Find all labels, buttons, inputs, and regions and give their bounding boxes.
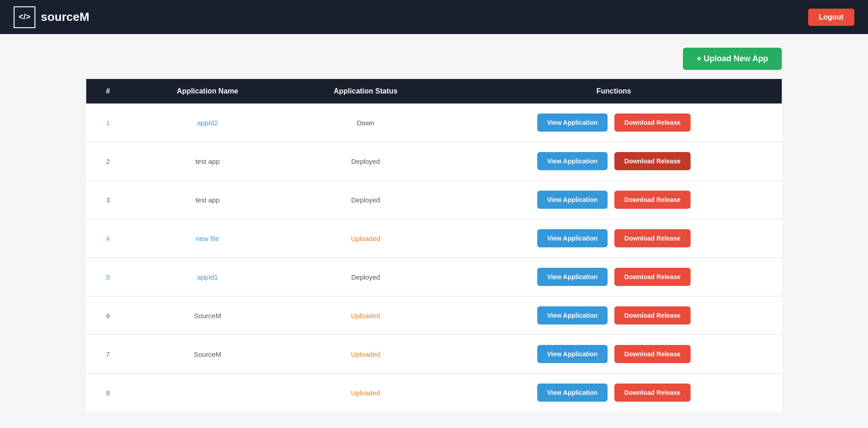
logout-button[interactable]: Logout [808, 9, 854, 26]
view-application-button[interactable]: View Application [537, 191, 608, 209]
download-release-button[interactable]: Download Release [614, 384, 691, 402]
row-number: 7 [86, 335, 130, 374]
row-functions: View ApplicationDownload Release [446, 181, 782, 219]
table-row: 8UploadedView ApplicationDownload Releas… [86, 374, 782, 412]
row-status: Deployed [285, 181, 446, 219]
view-application-button[interactable]: View Application [537, 113, 608, 132]
row-number: 3 [86, 181, 130, 219]
row-number: 1 [86, 103, 130, 142]
row-app-name: SourceM [130, 296, 285, 335]
row-functions: View ApplicationDownload Release [446, 335, 782, 374]
row-number: 5 [86, 258, 130, 296]
download-release-button[interactable]: Download Release [614, 152, 691, 170]
row-status: Deployed [285, 142, 446, 181]
download-release-button[interactable]: Download Release [614, 268, 691, 286]
row-status: Uploaded [285, 219, 446, 258]
row-functions: View ApplicationDownload Release [446, 258, 782, 296]
table-row: 1appId2DownView ApplicationDownload Rele… [86, 103, 782, 142]
main-content: + Upload New App # Application Name Appl… [0, 34, 868, 425]
row-number: 2 [86, 142, 130, 181]
functions-cell: View ApplicationDownload Release [455, 306, 773, 325]
functions-cell: View ApplicationDownload Release [455, 268, 773, 286]
table-header: # Application Name Application Status Fu… [86, 79, 782, 103]
functions-cell: View ApplicationDownload Release [455, 191, 773, 209]
row-status: Uploaded [285, 335, 446, 374]
row-app-name: test app [130, 181, 285, 219]
row-number: 4 [86, 219, 130, 258]
functions-cell: View ApplicationDownload Release [455, 384, 773, 402]
logo-area: </> sourceM [14, 6, 89, 28]
table-row: 2test appDeployedView ApplicationDownloa… [86, 142, 782, 181]
upload-new-app-button[interactable]: + Upload New App [683, 48, 782, 70]
applications-table: # Application Name Application Status Fu… [86, 79, 782, 412]
col-header-app-name: Application Name [130, 79, 285, 103]
row-status: Uploaded [285, 374, 446, 412]
functions-cell: View ApplicationDownload Release [455, 229, 773, 247]
col-header-functions: Functions [446, 79, 782, 103]
download-release-button[interactable]: Download Release [614, 191, 691, 209]
functions-cell: View ApplicationDownload Release [455, 345, 773, 363]
view-application-button[interactable]: View Application [537, 268, 608, 286]
row-app-name: appId2 [130, 103, 285, 142]
col-header-number: # [86, 79, 130, 103]
download-release-button[interactable]: Download Release [614, 113, 691, 132]
row-functions: View ApplicationDownload Release [446, 219, 782, 258]
view-application-button[interactable]: View Application [537, 345, 608, 363]
upload-area: + Upload New App [86, 48, 782, 70]
view-application-button[interactable]: View Application [537, 384, 608, 402]
download-release-button[interactable]: Download Release [614, 345, 691, 363]
table-row: 4new fileUploadedView ApplicationDownloa… [86, 219, 782, 258]
row-number: 6 [86, 296, 130, 335]
download-release-button[interactable]: Download Release [614, 306, 691, 325]
table-row: 6SourceMUploadedView ApplicationDownload… [86, 296, 782, 335]
table-row: 5appId1DeployedView ApplicationDownload … [86, 258, 782, 296]
row-functions: View ApplicationDownload Release [446, 374, 782, 412]
row-app-name: test app [130, 142, 285, 181]
row-status: Uploaded [285, 296, 446, 335]
logo-icon: </> [14, 6, 35, 28]
view-application-button[interactable]: View Application [537, 229, 608, 247]
table-row: 3test appDeployedView ApplicationDownloa… [86, 181, 782, 219]
header: </> sourceM Logout [0, 0, 868, 34]
row-functions: View ApplicationDownload Release [446, 142, 782, 181]
row-status: Deployed [285, 258, 446, 296]
row-app-name: new file [130, 219, 285, 258]
table-row: 7SourceMUploadedView ApplicationDownload… [86, 335, 782, 374]
row-app-name [130, 374, 285, 412]
row-functions: View ApplicationDownload Release [446, 296, 782, 335]
table-body: 1appId2DownView ApplicationDownload Rele… [86, 103, 782, 412]
view-application-button[interactable]: View Application [537, 152, 608, 170]
logo-text: sourceM [41, 10, 89, 24]
row-number: 8 [86, 374, 130, 412]
download-release-button[interactable]: Download Release [614, 229, 691, 247]
row-functions: View ApplicationDownload Release [446, 103, 782, 142]
functions-cell: View ApplicationDownload Release [455, 152, 773, 170]
view-application-button[interactable]: View Application [537, 306, 608, 325]
functions-cell: View ApplicationDownload Release [455, 113, 773, 132]
row-app-name: appId1 [130, 258, 285, 296]
row-status: Down [285, 103, 446, 142]
col-header-app-status: Application Status [285, 79, 446, 103]
row-app-name: SourceM [130, 335, 285, 374]
